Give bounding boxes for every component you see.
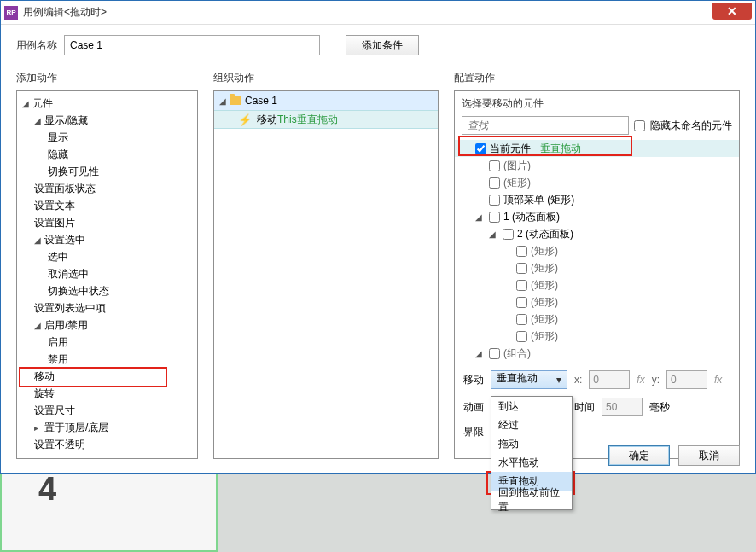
y-input[interactable] [666,370,707,389]
tree-bring-front-back[interactable]: ▸置于顶层/底层 [17,419,197,436]
select-widgets-header: 选择要移动的元件 [455,91,739,116]
dd-drag-x[interactable]: 水平拖动 [491,453,572,472]
tree-set-panel-state[interactable]: 设置面板状态 [17,180,197,197]
fx-x-button[interactable]: fx [637,374,644,386]
bolt-icon: ⚡ [238,113,252,126]
add-condition-button[interactable]: 添加条件 [346,35,419,55]
titlebar: RP 用例编辑<拖动时> ✕ [1,1,755,25]
widget-r4[interactable]: (矩形) [455,293,739,311]
widget-rect[interactable]: (矩形) [455,174,739,191]
tree-enable[interactable]: 启用 [17,334,197,351]
tree-toggle-selected[interactable]: 切换选中状态 [17,282,197,299]
case-name-input[interactable] [64,35,320,55]
animate-label: 动画 [463,400,484,415]
widget-r3[interactable]: (矩形) [455,276,739,293]
time-input[interactable] [602,398,643,416]
widget-dp1[interactable]: ◢1 (动态面板) [455,208,739,225]
move-type-label: 移动 [463,373,484,387]
case-name-label: 用例名称 [16,38,57,53]
widget-dp2[interactable]: ◢2 (动态面板) [455,225,739,242]
dd-drag-return[interactable]: 回到拖动前位置 [491,491,572,509]
move-type-dropdown: 到达 经过 拖动 水平拖动 垂直拖动 回到拖动前位置 [491,396,573,510]
tree-rotate[interactable]: 旋转 [17,385,197,402]
time-label: 时间 [574,400,595,415]
tree-deselect[interactable]: 取消选中 [17,265,197,282]
widget-group[interactable]: ◢(组合) [455,345,739,362]
bounds-label: 界限 [463,425,484,439]
move-type-combo[interactable]: 垂直拖动 [491,370,567,389]
x-label: x: [574,374,582,386]
folder-icon [230,96,241,105]
tree-widgets[interactable]: ◢元件 [17,95,197,112]
canvas-number: 4 [38,471,56,508]
ms-label: 毫秒 [649,400,670,415]
action-move-row[interactable]: ⚡ 移动 This 垂直拖动 [214,110,438,129]
y-label: y: [652,374,660,386]
tree-toggle-visibility[interactable]: 切换可见性 [17,163,197,180]
dd-drag[interactable]: 拖动 [491,434,572,453]
widget-image[interactable]: (图片) [455,157,739,174]
organize-action-label: 组织动作 [213,71,439,85]
tree-set-opacity[interactable]: 设置不透明 [17,436,197,453]
tree-set-image[interactable]: 设置图片 [17,214,197,231]
widget-r6[interactable]: (矩形) [455,328,739,345]
tree-set-list-selected[interactable]: 设置列表选中项 [17,299,197,317]
hide-unnamed-label: 隐藏未命名的元件 [650,119,732,133]
hide-unnamed-checkbox[interactable] [634,120,645,131]
case-editor-dialog: RP 用例编辑<拖动时> ✕ 用例名称 添加条件 添加动作 ◢元件 ◢显示/隐藏… [0,0,756,474]
actions-tree-panel: ◢元件 ◢显示/隐藏 显示 隐藏 切换可见性 设置面板状态 设置文本 设置图片 … [16,90,198,459]
widget-current-checkbox[interactable] [475,143,486,154]
configure-action-label: 配置动作 [454,71,740,85]
close-button[interactable]: ✕ [712,3,752,20]
widget-search-input[interactable] [462,116,629,135]
cancel-button[interactable]: 取消 [678,445,740,466]
window-title: 用例编辑<拖动时> [23,5,712,20]
widget-r5[interactable]: (矩形) [455,311,739,328]
tree-show-hide[interactable]: ◢显示/隐藏 [17,112,197,129]
widget-r1[interactable]: (矩形) [455,242,739,259]
case-name: Case 1 [245,95,277,107]
tree-set-size[interactable]: 设置尺寸 [17,402,197,419]
tree-move[interactable]: 移动 [17,368,197,385]
widget-r2[interactable]: (矩形) [455,259,739,276]
tree-set-selected[interactable]: ◢设置选中 [17,231,197,248]
tree-enable-disable[interactable]: ◢启用/禁用 [17,317,197,334]
add-action-label: 添加动作 [16,71,198,85]
tree-set-text[interactable]: 设置文本 [17,197,197,214]
dd-to[interactable]: 到达 [491,397,572,415]
tree-show[interactable]: 显示 [17,129,197,146]
tree-disable[interactable]: 禁用 [17,351,197,368]
dd-by[interactable]: 经过 [491,415,572,434]
widget-top-menu[interactable]: 顶部菜单 (矩形) [455,191,739,208]
x-input[interactable] [589,370,630,389]
app-icon: RP [4,6,18,20]
ok-button[interactable]: 确定 [608,445,670,466]
widget-current[interactable]: 当前元件 垂直拖动 [455,140,739,157]
tree-select[interactable]: 选中 [17,248,197,265]
organize-panel: ◢ Case 1 ⚡ 移动 This 垂直拖动 [213,90,439,459]
tree-hide[interactable]: 隐藏 [17,146,197,163]
case-row[interactable]: ◢ Case 1 [214,91,438,110]
fx-y-button[interactable]: fx [714,374,722,386]
